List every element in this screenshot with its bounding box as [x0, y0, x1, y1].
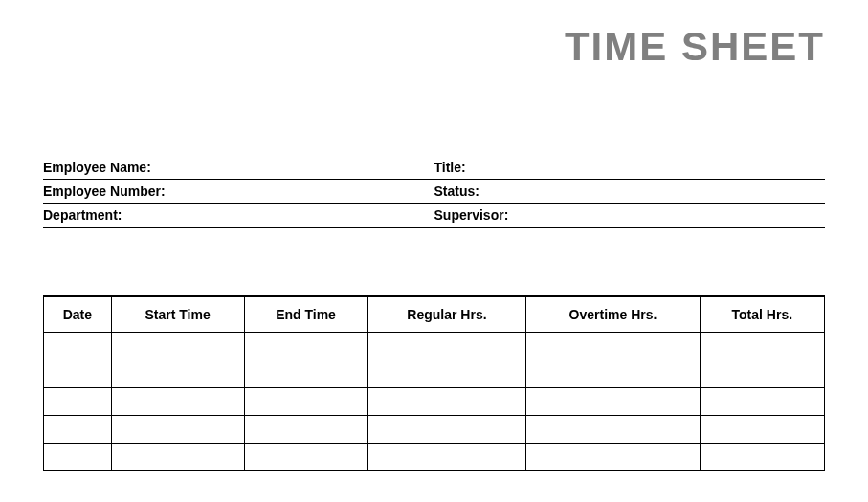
cell — [244, 333, 367, 360]
cell — [367, 360, 526, 388]
cell — [111, 388, 244, 416]
cell — [44, 360, 112, 388]
table-header-row: Date Start Time End Time Regular Hrs. Ov… — [44, 296, 825, 333]
cell — [526, 333, 700, 360]
cell — [44, 416, 112, 444]
cell — [700, 416, 824, 444]
timesheet-table: Date Start Time End Time Regular Hrs. Ov… — [43, 295, 825, 471]
date-header: Date — [44, 296, 112, 333]
employee-name-label: Employee Name: — [43, 160, 434, 175]
table-row — [44, 444, 825, 471]
cell — [44, 444, 112, 471]
cell — [367, 333, 526, 360]
table-row — [44, 416, 825, 444]
cell — [526, 416, 700, 444]
table-row — [44, 333, 825, 360]
cell — [526, 388, 700, 416]
cell — [44, 333, 112, 360]
cell — [111, 333, 244, 360]
cell — [44, 388, 112, 416]
cell — [700, 360, 824, 388]
cell — [244, 416, 367, 444]
table-row — [44, 388, 825, 416]
cell — [526, 444, 700, 471]
cell — [700, 333, 824, 360]
timesheet-body — [44, 333, 825, 471]
cell — [367, 388, 526, 416]
cell — [367, 416, 526, 444]
cell — [244, 444, 367, 471]
employee-info-section: Employee Name: Title: Employee Number: S… — [43, 156, 825, 228]
status-label: Status: — [434, 184, 826, 199]
cell — [111, 444, 244, 471]
cell — [244, 388, 367, 416]
end-time-header: End Time — [244, 296, 367, 333]
regular-hrs-header: Regular Hrs. — [367, 296, 526, 333]
title-label: Title: — [434, 160, 826, 175]
overtime-hrs-header: Overtime Hrs. — [526, 296, 700, 333]
cell — [367, 444, 526, 471]
cell — [526, 360, 700, 388]
cell — [111, 416, 244, 444]
info-row: Department: Supervisor: — [43, 204, 825, 228]
department-label: Department: — [43, 207, 434, 223]
info-row: Employee Name: Title: — [43, 156, 825, 180]
cell — [700, 444, 824, 471]
timesheet-table-section: Date Start Time End Time Regular Hrs. Ov… — [43, 295, 825, 471]
table-row — [44, 360, 825, 388]
supervisor-label: Supervisor: — [434, 207, 826, 223]
info-row: Employee Number: Status: — [43, 180, 825, 204]
cell — [244, 360, 367, 388]
cell — [111, 360, 244, 388]
cell — [700, 388, 824, 416]
start-time-header: Start Time — [111, 296, 244, 333]
document-title: TIME SHEET — [43, 24, 825, 70]
total-hrs-header: Total Hrs. — [700, 296, 824, 333]
employee-number-label: Employee Number: — [43, 184, 434, 199]
